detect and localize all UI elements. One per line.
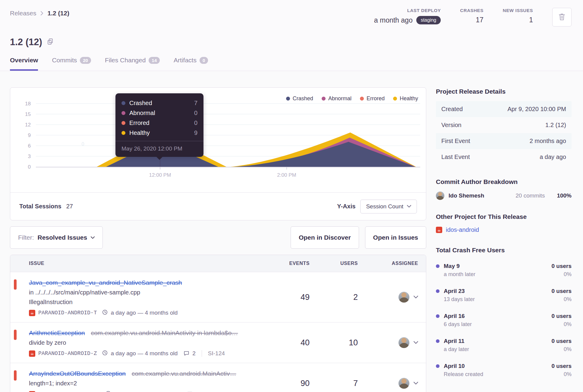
copy-version-button[interactable] xyxy=(46,38,54,47)
clock-icon xyxy=(102,310,108,316)
new-issues-value: 1 xyxy=(503,16,533,24)
tab-overview[interactable]: Overview xyxy=(10,57,38,71)
breadcrumb-releases-link[interactable]: Releases xyxy=(10,10,36,17)
crash-free-sub: a day later xyxy=(444,346,469,353)
timeline-bullet-icon xyxy=(436,364,440,368)
total-sessions-value: 27 xyxy=(66,203,73,210)
crash-free-users-section: Total Crash Free Users May 9 a month lat… xyxy=(436,247,572,385)
issue-annotation[interactable]: SI-124 xyxy=(208,350,225,357)
error-level-indicator xyxy=(14,279,17,290)
assignee-avatar[interactable] xyxy=(399,337,409,348)
java-platform-icon[interactable]: ☕ xyxy=(29,391,35,392)
detail-value: 1.2 (12) xyxy=(545,122,566,129)
issue-age: a day ago — 4 months old xyxy=(111,350,178,357)
tooltip-abnormal-label: Abnormal xyxy=(129,110,190,117)
chevron-down-icon[interactable] xyxy=(414,382,418,385)
issue-row: ArrayIndexOutOfBoundsException com.examp… xyxy=(10,363,426,392)
resolved-issues-panel: ISSUE EVENTS USERS ASSIGNEE Java_com_exa… xyxy=(10,255,426,392)
last-deploy-label: LAST DEPLOY xyxy=(374,8,441,13)
meta-divider xyxy=(202,350,202,357)
tooltip-errored-label: Errored xyxy=(129,120,190,126)
copy-icon xyxy=(47,38,53,46)
issue-row: Java_com_example_vu_android_NativeSample… xyxy=(10,272,426,322)
assignee-avatar[interactable] xyxy=(399,292,409,303)
issue-age: a day ago — 4 months old xyxy=(114,391,181,392)
java-platform-icon[interactable]: ☕ xyxy=(29,350,35,357)
tab-files-changed-label: Files Changed xyxy=(105,57,146,64)
xtick-2pm: 2:00 PM xyxy=(277,172,296,178)
error-level-indicator xyxy=(14,370,17,381)
detail-row-created: Created Apr 9, 2020 10:00 PM xyxy=(436,101,572,117)
chevron-down-icon xyxy=(91,236,95,239)
abnormal-dot-icon xyxy=(322,97,326,101)
chevron-down-icon[interactable] xyxy=(414,296,418,299)
crash-free-users: 0 users xyxy=(551,338,572,344)
assignee-avatar[interactable] xyxy=(399,378,409,389)
detail-label: Last Event xyxy=(441,154,470,160)
issues-filter-dropdown[interactable]: Filter: Resolved Issues xyxy=(10,226,103,249)
crash-free-percent: 0% xyxy=(551,296,572,303)
crash-free-percent: 0% xyxy=(551,321,572,328)
tab-commits[interactable]: Commits 20 xyxy=(52,57,91,71)
legend-crashed[interactable]: Crashed xyxy=(286,95,313,102)
chevron-down-icon xyxy=(407,205,411,208)
ytick-3: 3 xyxy=(28,154,31,159)
tab-files-changed[interactable]: Files Changed 14 xyxy=(105,57,160,71)
crash-free-users: 0 users xyxy=(551,313,572,319)
legend-abnormal[interactable]: Abnormal xyxy=(322,95,351,102)
chevron-down-icon[interactable] xyxy=(414,341,418,344)
tooltip-healthy-label: Healthy xyxy=(129,129,190,136)
legend-healthy[interactable]: Healthy xyxy=(393,95,418,102)
tab-artifacts[interactable]: Artifacts 0 xyxy=(174,57,208,71)
open-in-issues-button[interactable]: Open in Issues xyxy=(365,226,426,249)
errored-dot-icon xyxy=(121,121,125,125)
chart-tooltip: Crashed 7 Abnormal 0 Errored 0 Healthy 9 xyxy=(115,93,203,157)
crash-free-date: April 11 xyxy=(444,338,469,344)
delete-release-button[interactable] xyxy=(552,8,572,26)
other-project-link[interactable]: idos-android xyxy=(446,226,479,233)
legend-abnormal-label: Abnormal xyxy=(328,95,351,102)
filter-value: Resolved Issues xyxy=(38,234,87,241)
healthy-dot-icon xyxy=(393,97,397,101)
crash-free-item: April 11 a day later 0 users 0% xyxy=(436,335,572,360)
detail-value: Apr 9, 2020 10:00 PM xyxy=(507,106,566,113)
open-in-discover-button[interactable]: Open in Discover xyxy=(291,226,359,249)
detail-row-first-event: First Event 2 months ago xyxy=(436,133,572,149)
stat-new-issues: NEW ISSUES 1 xyxy=(503,8,533,24)
stat-crashes: CRASHES 17 xyxy=(460,8,484,24)
comment-count: 1 xyxy=(196,391,199,392)
author-avatar xyxy=(436,191,444,200)
tooltip-timestamp: May 26, 2020 12:00 PM xyxy=(121,141,197,157)
tooltip-abnormal-value: 0 xyxy=(194,110,197,117)
crash-free-item: April 10 Release created 0 users 0% xyxy=(436,360,572,385)
issue-events-count: 90 xyxy=(273,379,310,388)
tooltip-healthy-value: 9 xyxy=(194,129,197,136)
y-axis-selected-value: Session Count xyxy=(366,203,403,210)
issue-title-link[interactable]: ArrayIndexOutOfBoundsException xyxy=(29,370,126,377)
issue-title-link[interactable]: Java_com_example_vu_android_NativeSample… xyxy=(29,279,182,286)
sessions-chart-card: Crashed Abnormal Errored Healthy xyxy=(10,87,426,220)
timeline-bullet-icon xyxy=(436,314,440,318)
legend-healthy-label: Healthy xyxy=(400,95,418,102)
author-commit-count: 20 commits xyxy=(515,192,545,199)
java-platform-icon[interactable]: ☕ xyxy=(29,310,35,316)
error-level-indicator xyxy=(14,330,17,340)
col-assignee: ASSIGNEE xyxy=(358,255,418,272)
detail-row-version: Version 1.2 (12) xyxy=(436,117,572,133)
crash-free-percent: 0% xyxy=(551,371,572,378)
chart-watermark: 0 xyxy=(82,142,84,147)
tab-bar: Overview Commits 20 Files Changed 14 Art… xyxy=(10,57,572,71)
abnormal-dot-icon xyxy=(121,111,125,115)
detail-label: Created xyxy=(441,106,463,113)
page-header: Releases 1.2 (12) LAST DEPLOY a month ag… xyxy=(0,0,583,71)
issue-message: divide by zero xyxy=(29,338,264,347)
last-deploy-value: a month ago xyxy=(374,16,413,24)
y-axis-select[interactable]: Session Count xyxy=(360,200,417,213)
comment-count: 2 xyxy=(192,350,196,357)
legend-errored[interactable]: Errored xyxy=(360,95,385,102)
timeline-bullet-icon xyxy=(436,289,440,293)
page-title: 1.2 (12) xyxy=(10,37,42,48)
chevron-right-icon xyxy=(40,10,44,16)
crashed-dot-icon xyxy=(286,97,290,101)
issue-title-link[interactable]: ArithmeticException xyxy=(29,329,85,336)
